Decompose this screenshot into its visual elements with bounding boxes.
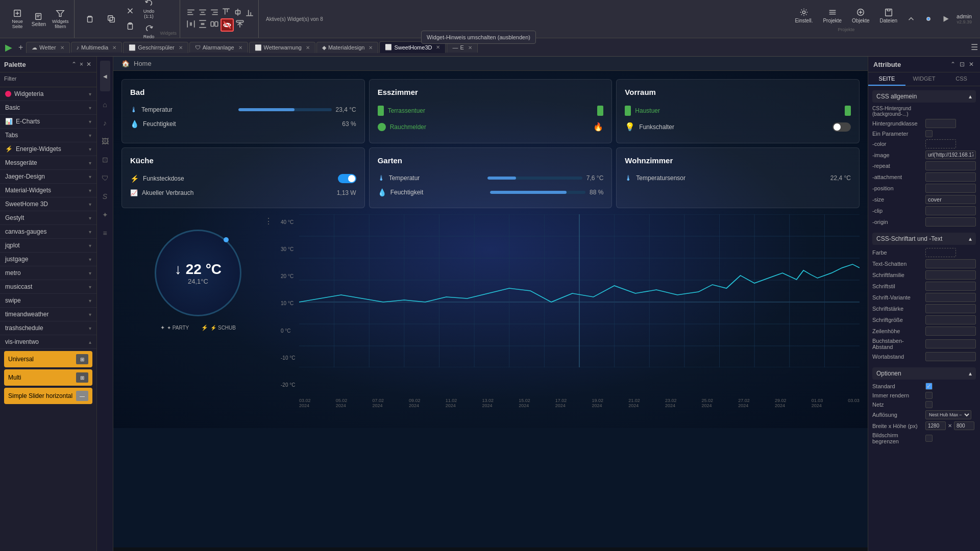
- canvas-content[interactable]: Bad 🌡 Temperatur 23,4 °C 💧 Feuchtigkeit …: [113, 71, 868, 547]
- tab-geschirrspuler[interactable]: ⬜ Geschirrspüler ✕: [123, 42, 188, 53]
- side-star-icon[interactable]: ✦: [98, 208, 112, 222]
- tab-sweethome3d-close[interactable]: ✕: [436, 44, 440, 50]
- redo-button[interactable]: Redo: [139, 22, 159, 41]
- clip-input[interactable]: [925, 206, 976, 215]
- palette-item-sweethome[interactable]: SweetHome 3D ▾: [0, 197, 96, 211]
- more-options-button[interactable]: ⋮: [264, 216, 273, 226]
- palette-item-energie[interactable]: ⚡ Energie-Widgets ▾: [0, 142, 96, 156]
- add-tab-button[interactable]: +: [16, 43, 25, 52]
- palette-item-justgage[interactable]: justgage ▾: [0, 253, 96, 266]
- textschatten-input[interactable]: [925, 259, 976, 268]
- tab-e-close[interactable]: ✕: [468, 45, 472, 51]
- dateien-button[interactable]: Dateien: [878, 6, 899, 26]
- tab-widget[interactable]: WIDGET: [905, 72, 943, 86]
- widget-simple-slider[interactable]: Simple Slider horizontal —: [4, 388, 92, 404]
- attributes-detach-button[interactable]: ⊡: [959, 60, 966, 69]
- aufloesung-select[interactable]: Nest Hub Max – Querformat: [925, 410, 971, 419]
- palette-item-metro[interactable]: metro ▾: [0, 266, 96, 280]
- schriftfamilie-input[interactable]: [925, 270, 976, 280]
- palette-item-messgeraete[interactable]: Messgeräte ▾: [0, 156, 96, 170]
- buchstaben-input[interactable]: [925, 339, 976, 348]
- wortabstand-input[interactable]: [925, 352, 976, 361]
- ein-parameter-checkbox[interactable]: [925, 130, 933, 137]
- settings-icon-button[interactable]: [922, 12, 935, 26]
- tab-seite[interactable]: SEITE: [868, 72, 905, 86]
- projekte-button[interactable]: Projekte: [821, 6, 844, 26]
- side-shield-icon[interactable]: 🛡: [98, 171, 112, 185]
- palette-up-button[interactable]: ⌃: [70, 60, 78, 69]
- standard-checkbox[interactable]: ✓: [925, 383, 933, 390]
- tab-css[interactable]: CSS: [943, 72, 980, 86]
- tab-alarmanlage-close[interactable]: ✕: [238, 45, 242, 51]
- widgets-filter-button[interactable]: Widgets filtern: [50, 7, 71, 31]
- tab-materialdesign[interactable]: ◆ Materialdesign ✕: [316, 42, 379, 53]
- copy-button[interactable]: [101, 12, 121, 26]
- side-image-icon[interactable]: 🖼: [98, 134, 112, 148]
- farbe-value[interactable]: [925, 248, 956, 257]
- tab-geschirrspuler-close[interactable]: ✕: [179, 45, 183, 51]
- position-input[interactable]: [925, 184, 976, 193]
- palette-item-gestylt[interactable]: Gestylt ▾: [0, 211, 96, 225]
- terrassentuer-link[interactable]: Terrassentuer: [388, 107, 425, 114]
- attributes-up-button[interactable]: ⌃: [949, 60, 957, 69]
- palette-item-material[interactable]: Material-Widgets ▾: [0, 184, 96, 197]
- pages-button[interactable]: Seiten: [29, 9, 49, 29]
- tab-wetterwarnung-close[interactable]: ✕: [306, 45, 310, 51]
- objekte-button[interactable]: Objekte: [850, 6, 871, 26]
- palette-item-canvas[interactable]: canvas-gauges ▾: [0, 225, 96, 239]
- hoehe-input[interactable]: [954, 421, 974, 430]
- schriftvariante-input[interactable]: [925, 293, 976, 302]
- origin-input[interactable]: [925, 217, 976, 227]
- rauchmelder-link[interactable]: Rauchmelder: [390, 123, 426, 131]
- palette-item-basic[interactable]: Basic ▾: [0, 101, 96, 115]
- tab-multimedia[interactable]: ♪ Multimedia ✕: [71, 42, 122, 53]
- breite-input[interactable]: [925, 421, 946, 430]
- paste-button[interactable]: [122, 19, 138, 33]
- attachment-input[interactable]: [925, 172, 976, 182]
- tab-play-button[interactable]: ▶: [2, 42, 15, 53]
- dist-v-button[interactable]: [197, 18, 208, 32]
- attributes-close-button[interactable]: ✕: [968, 60, 975, 69]
- palette-item-jaeger[interactable]: Jaeger-Design ▾: [0, 170, 96, 184]
- palette-item-swipe[interactable]: swipe ▾: [0, 294, 96, 308]
- palette-item-echarts[interactable]: 📊 E-Charts ▾: [0, 115, 96, 129]
- size-equal-button[interactable]: [209, 18, 220, 32]
- align-center-button[interactable]: [197, 7, 208, 18]
- export-button[interactable]: [234, 18, 246, 32]
- side-music-icon[interactable]: ♪: [98, 116, 112, 130]
- side-s-icon[interactable]: S: [98, 189, 112, 204]
- palette-item-musiccast[interactable]: musiccast ▾: [0, 280, 96, 294]
- align-right-button[interactable]: [209, 7, 220, 18]
- up-button[interactable]: [904, 12, 918, 26]
- align-left-button[interactable]: [185, 7, 197, 18]
- dist-h-button[interactable]: [185, 18, 197, 32]
- new-page-button[interactable]: Neue Seite: [7, 7, 28, 31]
- tab-overflow-button[interactable]: ☰: [971, 42, 978, 52]
- play-icon-button[interactable]: [939, 12, 952, 26]
- schriftstil-input[interactable]: [925, 282, 976, 291]
- kuche-toggle[interactable]: [338, 174, 356, 183]
- css-allgemein-header[interactable]: CSS allgemein ▴: [872, 90, 976, 103]
- palette-item-jqplot[interactable]: jqplot ▾: [0, 239, 96, 253]
- palette-close-left-button[interactable]: ×: [79, 60, 84, 69]
- align-middle-button[interactable]: [232, 7, 243, 18]
- repeat-input[interactable]: [925, 161, 976, 170]
- optionen-header[interactable]: Optionen ▴: [872, 367, 976, 380]
- zeilenhoehe-input[interactable]: [925, 327, 976, 336]
- bildschirm-checkbox[interactable]: [925, 435, 933, 442]
- palette-item-timeweather[interactable]: timeandweather ▾: [0, 308, 96, 321]
- image-input[interactable]: [925, 151, 976, 159]
- cut-button[interactable]: [122, 5, 138, 18]
- side-lines-icon[interactable]: ≡: [98, 226, 112, 240]
- palette-close-button[interactable]: ✕: [85, 60, 92, 69]
- tab-wetter-close[interactable]: ✕: [60, 45, 64, 51]
- align-bottom-button[interactable]: [244, 7, 255, 18]
- delete-button[interactable]: [80, 12, 100, 26]
- palette-item-widgeteria[interactable]: Widgeteria ▾: [0, 87, 96, 101]
- vorraum-toggle[interactable]: [832, 122, 851, 132]
- tab-alarmanlage[interactable]: 🛡 Alarmanlage ✕: [189, 42, 248, 53]
- palette-item-trash[interactable]: trashschedule ▾: [0, 321, 96, 335]
- immer-rendern-checkbox[interactable]: [925, 392, 933, 399]
- haustuer-link[interactable]: Haustuer: [635, 107, 660, 114]
- color-value[interactable]: [925, 139, 956, 148]
